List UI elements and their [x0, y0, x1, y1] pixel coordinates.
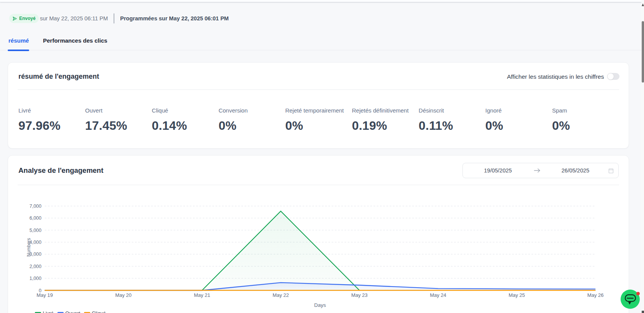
- svg-text:May 26: May 26: [587, 292, 604, 298]
- svg-text:May 25: May 25: [509, 292, 525, 298]
- svg-text:May 23: May 23: [351, 292, 368, 298]
- svg-text:May 22: May 22: [272, 292, 289, 298]
- svg-text:1,000: 1,000: [30, 276, 41, 281]
- svg-text:5,000: 5,000: [30, 228, 41, 233]
- svg-text:Ouvert: Ouvert: [65, 310, 80, 313]
- svg-text:6,000: 6,000: [30, 215, 41, 221]
- svg-text:May 24: May 24: [430, 292, 446, 298]
- svg-text:May 21: May 21: [194, 292, 210, 298]
- svg-text:Numbers: Numbers: [26, 238, 31, 257]
- svg-text:May 20: May 20: [115, 292, 132, 298]
- svg-text:2,000: 2,000: [30, 264, 41, 269]
- svg-text:Cliqué: Cliqué: [92, 310, 106, 313]
- svg-text:Livré: Livré: [43, 310, 54, 313]
- svg-text:7,000: 7,000: [30, 204, 41, 209]
- svg-text:Days: Days: [314, 302, 326, 308]
- svg-text:May 19: May 19: [36, 292, 53, 298]
